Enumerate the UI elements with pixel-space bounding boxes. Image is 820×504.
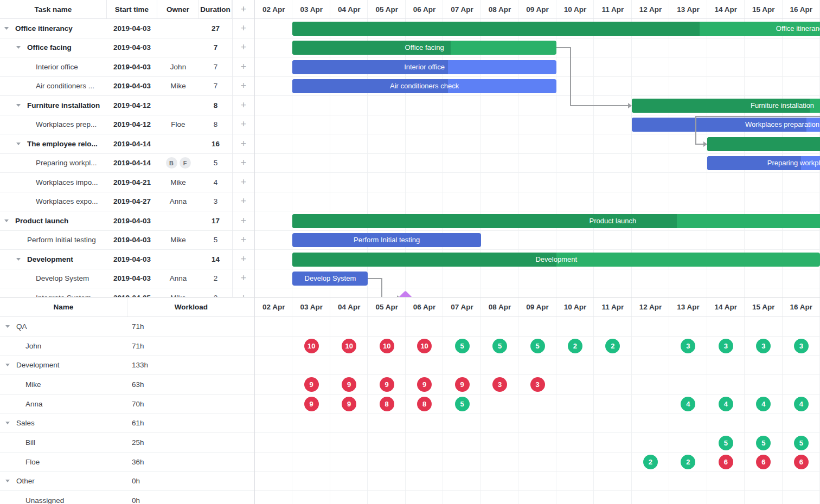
- add-subtask-button[interactable]: +: [232, 96, 255, 115]
- workload-badge: 5: [719, 436, 733, 450]
- task-row[interactable]: Integrate System2019-04-05Mike2+: [0, 288, 255, 298]
- add-subtask-button[interactable]: +: [232, 269, 255, 288]
- task-row[interactable]: Office facing2019-04-037+: [0, 38, 255, 58]
- task-row[interactable]: Office itinerancy2019-04-0327+: [0, 19, 255, 38]
- task-row[interactable]: Product launch2019-04-0317+: [0, 211, 255, 231]
- project-bar[interactable]: Development: [292, 253, 820, 267]
- add-subtask-button[interactable]: +: [232, 134, 255, 153]
- task-row[interactable]: Develop System2019-04-03Anna2+: [0, 269, 255, 289]
- collapse-caret[interactable]: [5, 480, 10, 482]
- task-row[interactable]: Workplaces prep...2019-04-12Floe8+: [0, 115, 255, 135]
- add-subtask-button[interactable]: +: [232, 288, 255, 298]
- add-subtask-button[interactable]: +: [232, 231, 255, 250]
- workload-chart-row: 555: [255, 433, 820, 453]
- add-column-button[interactable]: +: [232, 0, 255, 18]
- column-header-duration: Duration: [199, 0, 232, 18]
- add-subtask-button[interactable]: +: [232, 57, 255, 76]
- workload-row[interactable]: John71h: [0, 337, 255, 356]
- resource-name: Other: [16, 472, 35, 491]
- task-row[interactable]: Interior office2019-04-03John7+: [0, 57, 255, 77]
- bar-label: Office itinerancy: [776, 22, 820, 36]
- task-duration: 8: [199, 115, 232, 134]
- gantt-workload-app: Task nameStart timeOwnerDuration+Office …: [0, 0, 820, 504]
- add-subtask-button[interactable]: +: [232, 38, 255, 57]
- resource-hours: 63h: [132, 375, 144, 394]
- resource-hours: 71h: [132, 337, 144, 356]
- workload-badge: 10: [304, 339, 319, 353]
- workload-row[interactable]: Anna70h: [0, 395, 255, 414]
- collapse-caret[interactable]: [4, 27, 9, 30]
- collapse-caret[interactable]: [16, 46, 21, 49]
- workload-row[interactable]: QA71h: [0, 317, 255, 337]
- task-row[interactable]: The employee relo...2019-04-1416+: [0, 134, 255, 154]
- task-owner: Mike: [157, 77, 199, 96]
- task-row[interactable]: Workplaces impo...2019-04-21Mike4+: [0, 173, 255, 192]
- task-row[interactable]: Development2019-04-0314+: [0, 250, 255, 269]
- workload-grid-header: NameWorkload: [0, 298, 255, 317]
- task-start-time: 2019-04-03: [107, 19, 157, 38]
- project-bar[interactable]: Office facing: [292, 41, 556, 55]
- task-bar[interactable]: Air conditioners check: [292, 79, 556, 93]
- collapse-caret[interactable]: [16, 143, 21, 145]
- collapse-caret[interactable]: [5, 422, 10, 424]
- add-subtask-button[interactable]: +: [232, 154, 255, 173]
- task-bar[interactable]: Workplaces preparation: [632, 118, 820, 132]
- panel-splitter[interactable]: [0, 297, 820, 298]
- workload-chart-row: 10101010555223333: [255, 337, 820, 356]
- add-subtask-button[interactable]: +: [232, 77, 255, 96]
- project-bar[interactable]: Product launch: [292, 214, 820, 228]
- collapse-caret[interactable]: [5, 325, 10, 328]
- resource-name: Unassigned: [25, 491, 64, 504]
- resource-name: Anna: [25, 395, 43, 413]
- add-subtask-button[interactable]: +: [232, 250, 255, 269]
- add-subtask-button[interactable]: +: [232, 19, 255, 38]
- project-bar[interactable]: The employee relocation: [707, 137, 820, 151]
- workload-row[interactable]: Sales61h: [0, 414, 255, 434]
- collapse-caret[interactable]: [5, 364, 10, 366]
- task-bar[interactable]: Preparing workplaces: [707, 156, 820, 170]
- scale-date: 02 Apr: [255, 298, 292, 316]
- workload-row[interactable]: Mike63h: [0, 375, 255, 395]
- bar-progress: [292, 22, 699, 36]
- collapse-caret[interactable]: [16, 104, 21, 107]
- workload-badge: 6: [794, 455, 809, 469]
- workload-badge: 9: [304, 377, 319, 392]
- task-row[interactable]: Air conditioners ...2019-04-03Mike7+: [0, 77, 255, 96]
- chart-row: Office itinerancy: [255, 19, 820, 38]
- scale-date: 14 Apr: [707, 298, 745, 316]
- task-row[interactable]: Perform Initial testing2019-04-03Mike5+: [0, 231, 255, 250]
- grid-resizer[interactable]: [254, 0, 255, 504]
- add-subtask-button[interactable]: +: [232, 173, 255, 192]
- workload-chart-row: [255, 414, 820, 434]
- add-subtask-button[interactable]: +: [232, 115, 255, 134]
- workload-row[interactable]: Development133h: [0, 356, 255, 375]
- project-bar[interactable]: Office itinerancy: [292, 22, 820, 36]
- task-row[interactable]: Preparing workpl...2019-04-14BF5+: [0, 154, 255, 173]
- task-start-time: 2019-04-03: [107, 77, 157, 96]
- task-bar[interactable]: Perform Initial testing: [292, 233, 481, 247]
- workload-row[interactable]: Other0h: [0, 472, 255, 492]
- scale-date: 04 Apr: [330, 0, 368, 18]
- workload-chart-row: 998854444: [255, 395, 820, 414]
- workload-row[interactable]: Unassigned0h: [0, 491, 255, 504]
- task-name: Workplaces expo...: [36, 192, 98, 211]
- workload-badge: 5: [492, 339, 507, 353]
- collapse-caret[interactable]: [16, 258, 21, 261]
- add-subtask-button[interactable]: +: [232, 211, 255, 230]
- link-line: [381, 278, 382, 298]
- resource-name: QA: [16, 317, 27, 336]
- project-bar[interactable]: Furniture installation: [632, 99, 820, 113]
- workload-row[interactable]: Floe36h: [0, 453, 255, 472]
- workload-row[interactable]: Bill25h: [0, 433, 255, 453]
- task-bar[interactable]: Interior office: [292, 60, 556, 74]
- task-bar[interactable]: Develop System: [292, 272, 368, 286]
- chart-row: [255, 173, 820, 192]
- task-row[interactable]: Furniture installation2019-04-128+: [0, 96, 255, 115]
- task-row[interactable]: Workplaces expo...2019-04-27Anna3+: [0, 192, 255, 212]
- task-grid-header: Task nameStart timeOwnerDuration+: [0, 0, 255, 19]
- add-subtask-button[interactable]: +: [232, 192, 255, 211]
- task-duration: 5: [199, 154, 232, 173]
- collapse-caret[interactable]: [4, 219, 9, 222]
- workload-scale: 02 Apr03 Apr04 Apr05 Apr06 Apr07 Apr08 A…: [255, 298, 820, 317]
- workload-badge: 3: [530, 377, 545, 392]
